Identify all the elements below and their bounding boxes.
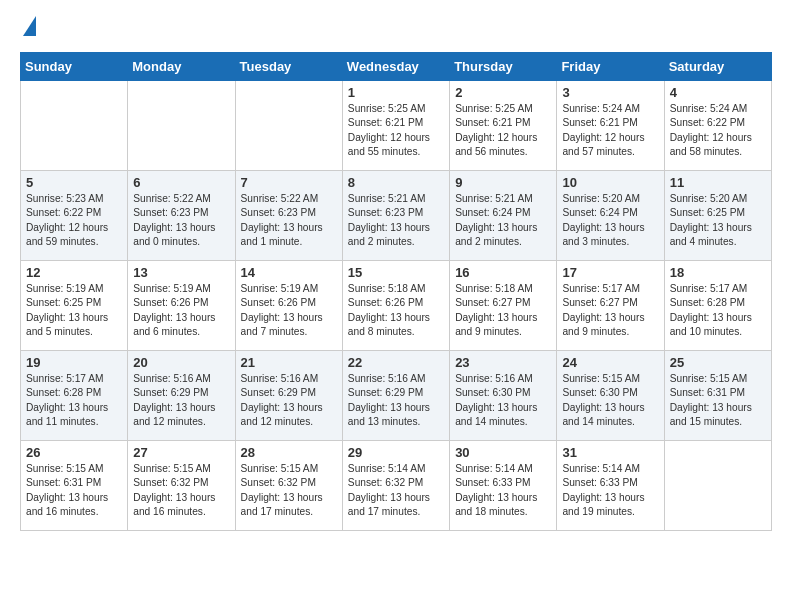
calendar-cell: 11Sunrise: 5:20 AM Sunset: 6:25 PM Dayli…	[664, 171, 771, 261]
day-number: 24	[562, 355, 658, 370]
header-row: SundayMondayTuesdayWednesdayThursdayFrid…	[21, 53, 772, 81]
cell-details: Sunrise: 5:19 AM Sunset: 6:26 PM Dayligh…	[241, 282, 337, 339]
calendar-cell: 20Sunrise: 5:16 AM Sunset: 6:29 PM Dayli…	[128, 351, 235, 441]
cell-details: Sunrise: 5:16 AM Sunset: 6:30 PM Dayligh…	[455, 372, 551, 429]
week-row-3: 12Sunrise: 5:19 AM Sunset: 6:25 PM Dayli…	[21, 261, 772, 351]
calendar-cell: 3Sunrise: 5:24 AM Sunset: 6:21 PM Daylig…	[557, 81, 664, 171]
cell-details: Sunrise: 5:21 AM Sunset: 6:23 PM Dayligh…	[348, 192, 444, 249]
cell-details: Sunrise: 5:15 AM Sunset: 6:30 PM Dayligh…	[562, 372, 658, 429]
day-number: 28	[241, 445, 337, 460]
day-number: 21	[241, 355, 337, 370]
day-number: 18	[670, 265, 766, 280]
calendar-table: SundayMondayTuesdayWednesdayThursdayFrid…	[20, 52, 772, 531]
day-number: 15	[348, 265, 444, 280]
cell-details: Sunrise: 5:16 AM Sunset: 6:29 PM Dayligh…	[133, 372, 229, 429]
calendar-cell: 29Sunrise: 5:14 AM Sunset: 6:32 PM Dayli…	[342, 441, 449, 531]
cell-details: Sunrise: 5:16 AM Sunset: 6:29 PM Dayligh…	[348, 372, 444, 429]
day-number: 19	[26, 355, 122, 370]
calendar-cell: 16Sunrise: 5:18 AM Sunset: 6:27 PM Dayli…	[450, 261, 557, 351]
cell-details: Sunrise: 5:16 AM Sunset: 6:29 PM Dayligh…	[241, 372, 337, 429]
cell-details: Sunrise: 5:14 AM Sunset: 6:32 PM Dayligh…	[348, 462, 444, 519]
calendar-cell: 15Sunrise: 5:18 AM Sunset: 6:26 PM Dayli…	[342, 261, 449, 351]
day-number: 4	[670, 85, 766, 100]
col-header-wednesday: Wednesday	[342, 53, 449, 81]
day-number: 17	[562, 265, 658, 280]
day-number: 20	[133, 355, 229, 370]
calendar-cell: 26Sunrise: 5:15 AM Sunset: 6:31 PM Dayli…	[21, 441, 128, 531]
calendar-cell: 9Sunrise: 5:21 AM Sunset: 6:24 PM Daylig…	[450, 171, 557, 261]
calendar-cell: 18Sunrise: 5:17 AM Sunset: 6:28 PM Dayli…	[664, 261, 771, 351]
day-number: 16	[455, 265, 551, 280]
calendar-cell	[235, 81, 342, 171]
cell-details: Sunrise: 5:15 AM Sunset: 6:31 PM Dayligh…	[26, 462, 122, 519]
cell-details: Sunrise: 5:22 AM Sunset: 6:23 PM Dayligh…	[241, 192, 337, 249]
day-number: 30	[455, 445, 551, 460]
cell-details: Sunrise: 5:18 AM Sunset: 6:27 PM Dayligh…	[455, 282, 551, 339]
cell-details: Sunrise: 5:15 AM Sunset: 6:31 PM Dayligh…	[670, 372, 766, 429]
day-number: 5	[26, 175, 122, 190]
day-number: 25	[670, 355, 766, 370]
calendar-cell: 2Sunrise: 5:25 AM Sunset: 6:21 PM Daylig…	[450, 81, 557, 171]
week-row-5: 26Sunrise: 5:15 AM Sunset: 6:31 PM Dayli…	[21, 441, 772, 531]
calendar-cell: 8Sunrise: 5:21 AM Sunset: 6:23 PM Daylig…	[342, 171, 449, 261]
calendar-cell: 6Sunrise: 5:22 AM Sunset: 6:23 PM Daylig…	[128, 171, 235, 261]
day-number: 3	[562, 85, 658, 100]
calendar-cell: 17Sunrise: 5:17 AM Sunset: 6:27 PM Dayli…	[557, 261, 664, 351]
cell-details: Sunrise: 5:19 AM Sunset: 6:25 PM Dayligh…	[26, 282, 122, 339]
cell-details: Sunrise: 5:17 AM Sunset: 6:27 PM Dayligh…	[562, 282, 658, 339]
day-number: 26	[26, 445, 122, 460]
day-number: 1	[348, 85, 444, 100]
calendar-cell: 10Sunrise: 5:20 AM Sunset: 6:24 PM Dayli…	[557, 171, 664, 261]
cell-details: Sunrise: 5:15 AM Sunset: 6:32 PM Dayligh…	[133, 462, 229, 519]
col-header-friday: Friday	[557, 53, 664, 81]
cell-details: Sunrise: 5:25 AM Sunset: 6:21 PM Dayligh…	[455, 102, 551, 159]
calendar-cell: 1Sunrise: 5:25 AM Sunset: 6:21 PM Daylig…	[342, 81, 449, 171]
day-number: 9	[455, 175, 551, 190]
week-row-2: 5Sunrise: 5:23 AM Sunset: 6:22 PM Daylig…	[21, 171, 772, 261]
calendar-cell	[664, 441, 771, 531]
cell-details: Sunrise: 5:20 AM Sunset: 6:25 PM Dayligh…	[670, 192, 766, 249]
cell-details: Sunrise: 5:24 AM Sunset: 6:21 PM Dayligh…	[562, 102, 658, 159]
calendar-cell: 13Sunrise: 5:19 AM Sunset: 6:26 PM Dayli…	[128, 261, 235, 351]
calendar-cell: 30Sunrise: 5:14 AM Sunset: 6:33 PM Dayli…	[450, 441, 557, 531]
calendar-cell: 23Sunrise: 5:16 AM Sunset: 6:30 PM Dayli…	[450, 351, 557, 441]
week-row-4: 19Sunrise: 5:17 AM Sunset: 6:28 PM Dayli…	[21, 351, 772, 441]
cell-details: Sunrise: 5:23 AM Sunset: 6:22 PM Dayligh…	[26, 192, 122, 249]
calendar-cell: 31Sunrise: 5:14 AM Sunset: 6:33 PM Dayli…	[557, 441, 664, 531]
day-number: 12	[26, 265, 122, 280]
page-header	[20, 20, 772, 36]
calendar-cell: 19Sunrise: 5:17 AM Sunset: 6:28 PM Dayli…	[21, 351, 128, 441]
day-number: 6	[133, 175, 229, 190]
cell-details: Sunrise: 5:18 AM Sunset: 6:26 PM Dayligh…	[348, 282, 444, 339]
cell-details: Sunrise: 5:22 AM Sunset: 6:23 PM Dayligh…	[133, 192, 229, 249]
calendar-cell: 5Sunrise: 5:23 AM Sunset: 6:22 PM Daylig…	[21, 171, 128, 261]
calendar-cell: 27Sunrise: 5:15 AM Sunset: 6:32 PM Dayli…	[128, 441, 235, 531]
col-header-thursday: Thursday	[450, 53, 557, 81]
week-row-1: 1Sunrise: 5:25 AM Sunset: 6:21 PM Daylig…	[21, 81, 772, 171]
day-number: 7	[241, 175, 337, 190]
day-number: 14	[241, 265, 337, 280]
day-number: 29	[348, 445, 444, 460]
calendar-cell: 7Sunrise: 5:22 AM Sunset: 6:23 PM Daylig…	[235, 171, 342, 261]
logo-icon	[23, 16, 36, 36]
calendar-cell: 24Sunrise: 5:15 AM Sunset: 6:30 PM Dayli…	[557, 351, 664, 441]
day-number: 31	[562, 445, 658, 460]
logo	[20, 20, 36, 36]
calendar-cell: 12Sunrise: 5:19 AM Sunset: 6:25 PM Dayli…	[21, 261, 128, 351]
calendar-cell: 25Sunrise: 5:15 AM Sunset: 6:31 PM Dayli…	[664, 351, 771, 441]
day-number: 23	[455, 355, 551, 370]
cell-details: Sunrise: 5:14 AM Sunset: 6:33 PM Dayligh…	[562, 462, 658, 519]
calendar-cell: 28Sunrise: 5:15 AM Sunset: 6:32 PM Dayli…	[235, 441, 342, 531]
cell-details: Sunrise: 5:24 AM Sunset: 6:22 PM Dayligh…	[670, 102, 766, 159]
day-number: 13	[133, 265, 229, 280]
cell-details: Sunrise: 5:21 AM Sunset: 6:24 PM Dayligh…	[455, 192, 551, 249]
cell-details: Sunrise: 5:14 AM Sunset: 6:33 PM Dayligh…	[455, 462, 551, 519]
cell-details: Sunrise: 5:17 AM Sunset: 6:28 PM Dayligh…	[670, 282, 766, 339]
calendar-cell: 4Sunrise: 5:24 AM Sunset: 6:22 PM Daylig…	[664, 81, 771, 171]
calendar-cell: 21Sunrise: 5:16 AM Sunset: 6:29 PM Dayli…	[235, 351, 342, 441]
cell-details: Sunrise: 5:20 AM Sunset: 6:24 PM Dayligh…	[562, 192, 658, 249]
day-number: 10	[562, 175, 658, 190]
col-header-monday: Monday	[128, 53, 235, 81]
calendar-cell: 22Sunrise: 5:16 AM Sunset: 6:29 PM Dayli…	[342, 351, 449, 441]
day-number: 2	[455, 85, 551, 100]
